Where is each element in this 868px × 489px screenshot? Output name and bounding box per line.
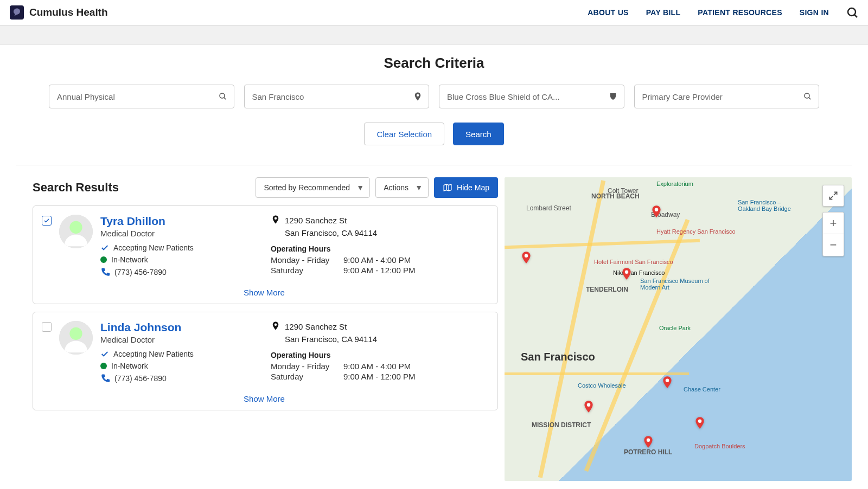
criteria-title: Search Criteria [0,55,868,72]
provider-type-input[interactable] [634,85,820,108]
sort-dropdown[interactable]: Sorted by Recommended ▼ [256,177,370,198]
location-pin-icon [271,215,280,224]
provider-phone[interactable]: (773) 456-7890 [100,374,263,383]
map-pin[interactable] [641,433,655,451]
svg-point-15 [625,271,629,274]
nav-about[interactable]: ABOUT US [588,8,629,17]
actions-dropdown[interactable]: Actions ▼ [375,177,429,198]
hours-row: Monday - Friday9:00 AM - 4:00 PM [271,255,487,265]
location-input[interactable] [244,85,430,108]
provider-phone[interactable]: (773) 456-7890 [100,267,263,277]
svg-point-0 [848,8,856,16]
status-dot-icon [100,363,107,369]
svg-point-2 [220,93,225,98]
zoom-out-button[interactable]: − [823,234,844,256]
map-tenderloin-label: TENDERLOIN [586,286,628,293]
hours-heading: Operating Hours [271,244,487,253]
map-pin[interactable] [693,414,707,432]
phone-icon [100,374,110,383]
hide-map-button[interactable]: Hide Map [434,177,498,198]
accepting-patients-status: Accepting New Patients [100,350,263,358]
svg-point-10 [69,221,82,234]
map-pin[interactable] [582,397,596,416]
accepting-patients-status: Accepting New Patients [100,243,263,252]
map-expand-control[interactable] [822,185,844,207]
location-pin-icon [413,92,423,101]
map-poi-dogpatch: Dogpatch Boulders [694,443,745,449]
provider-address: 1290 Sanchez StSan Francisco, CA 94114 [285,215,377,239]
network-status: In-Network [100,255,263,264]
map-coit-label: Coit Tower [608,187,638,195]
provider-address: 1290 Sanchez StSan Francisco, CA 94114 [285,321,377,345]
actions-label: Actions [384,183,409,192]
search-criteria-section: Search Criteria Clear Selec [0,45,868,159]
map-lombard-label: Lombard Street [526,204,571,212]
map-toggle-icon [443,183,452,192]
map[interactable]: San Francisco NORTH BEACH TENDERLOIN MIS… [505,177,852,481]
phone-icon [100,267,110,277]
search-icon [218,92,228,101]
brand: Cumulus Health [10,5,108,20]
show-more-link[interactable]: Show More [42,288,487,297]
provider-title: Medical Doctor [100,335,263,344]
top-nav: ABOUT US PAY BILL PATIENT RESOURCES SIGN… [588,7,858,18]
check-icon [100,243,109,252]
map-mission-label: MISSION DISTRICT [532,421,591,429]
provider-avatar [59,321,93,355]
field-location [244,85,430,108]
results-title: Search Results [33,181,119,195]
svg-point-12 [69,327,82,340]
check-icon [100,350,109,358]
app-header: Cumulus Health ABOUT US PAY BILL PATIENT… [0,0,868,25]
provider-name-link[interactable]: Linda Johnson [100,321,263,334]
search-icon[interactable] [846,7,858,18]
hours-row: Saturday9:00 AM - 12:00 PM [271,372,487,381]
clear-selection-button[interactable]: Clear Selection [364,123,444,145]
field-service [49,85,234,108]
hours-row: Monday - Friday9:00 AM - 4:00 PM [271,362,487,371]
map-zoom-control: + − [822,212,844,256]
map-poi-hyatt: Hyatt Regency San Francisco [656,228,736,235]
map-poi-oracle: Oracle Park [659,325,691,331]
map-pin[interactable] [620,265,634,283]
map-pin[interactable] [519,248,533,267]
brand-logo-icon [10,5,24,20]
nav-signin[interactable]: SIGN IN [800,8,829,17]
results-column: Search Results Sorted by Recommended ▼ A… [33,177,498,481]
zoom-in-button[interactable]: + [823,213,844,234]
field-provider-type [634,85,820,108]
select-provider-checkbox[interactable] [42,216,52,226]
sort-label: Sorted by Recommended [264,183,350,192]
sub-header-bar [0,25,868,45]
provider-avatar [59,215,93,248]
network-status: In-Network [100,362,263,370]
map-pin[interactable] [649,202,663,221]
location-pin-icon [271,321,280,331]
svg-point-16 [666,379,669,383]
nav-resources[interactable]: PATIENT RESOURCES [698,8,782,17]
map-poi-baybridge: San Francisco – Oakland Bay Bridge [738,199,803,212]
chevron-down-icon: ▼ [415,183,423,192]
map-poi-sfmoma: San Francisco Museum of Modern Art [640,278,711,291]
insurance-input[interactable] [439,85,624,108]
select-provider-checkbox[interactable] [42,322,52,332]
provider-card: Linda Johnson Medical Doctor Accepting N… [33,312,498,410]
svg-line-3 [224,98,225,99]
search-button[interactable]: Search [453,123,504,145]
nav-paybill[interactable]: PAY BILL [646,8,681,17]
hours-row: Saturday9:00 AM - 12:00 PM [271,266,487,275]
show-more-link[interactable]: Show More [42,394,487,403]
svg-point-13 [655,208,659,212]
brand-name: Cumulus Health [29,7,108,18]
svg-marker-6 [444,184,451,191]
search-icon [803,92,813,101]
map-poi-costco: Costco Wholesale [578,382,626,389]
svg-point-17 [587,403,591,407]
service-input[interactable] [49,85,234,108]
status-dot-icon [100,256,107,263]
map-pin[interactable] [660,373,674,391]
svg-point-14 [525,254,528,258]
svg-point-4 [805,93,809,98]
svg-point-19 [647,439,650,442]
provider-name-link[interactable]: Tyra Dhillon [100,215,263,228]
